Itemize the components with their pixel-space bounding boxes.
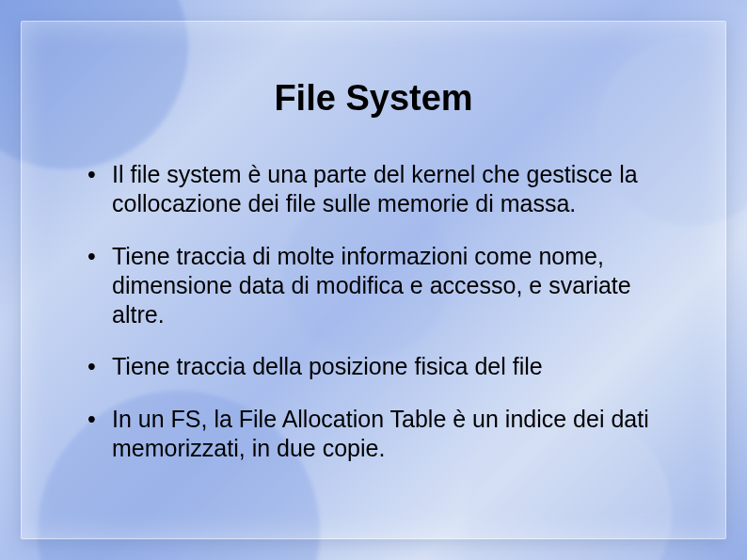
list-item: Tiene traccia di molte informazioni come… [87,242,678,330]
bullet-list: Il file system è una parte del kernel ch… [69,160,678,463]
list-item: Il file system è una parte del kernel ch… [87,160,678,219]
list-item: Tiene traccia della posizione fisica del… [87,352,678,381]
list-item: In un FS, la File Allocation Table è un … [87,405,678,464]
slide-content: File System Il file system è una parte d… [22,22,725,538]
slide-panel: File System Il file system è una parte d… [21,21,726,539]
slide-title: File System [69,78,678,119]
